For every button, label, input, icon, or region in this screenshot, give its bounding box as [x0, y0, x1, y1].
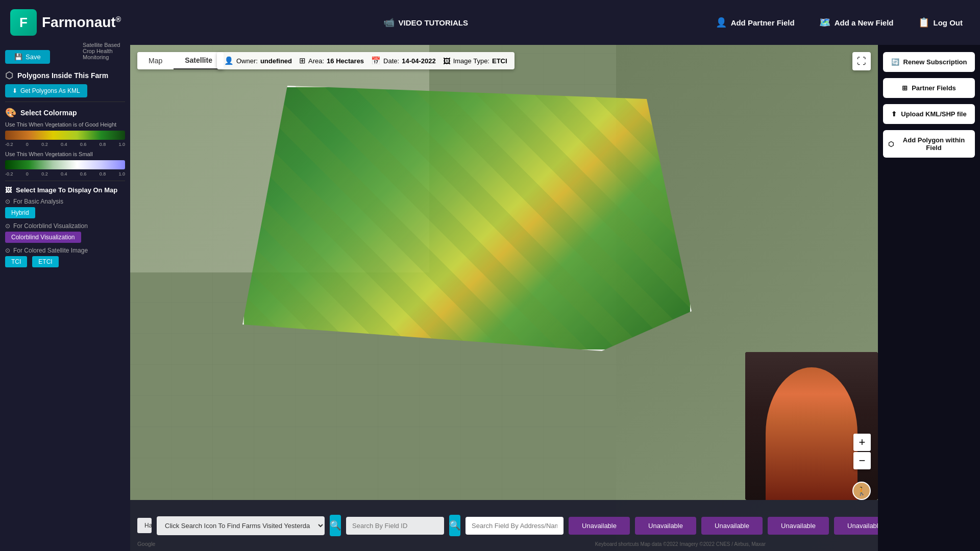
- nav-right: 👤 Add Partner Field 🗺️ Add a New Field 📋…: [708, 13, 970, 32]
- nav-video-tutorials[interactable]: 📹 VIDEO TUTORIALS: [376, 13, 475, 32]
- zoom-out-button[interactable]: −: [853, 452, 871, 469]
- colormap-bar-2: [5, 160, 125, 169]
- date-info: 📅 Date: 14-04-2022: [371, 56, 436, 65]
- field-id-input[interactable]: [346, 517, 444, 535]
- logo-icon: F: [10, 9, 37, 36]
- nav-add-partner[interactable]: 👤 Add Partner Field: [708, 13, 802, 32]
- save-icon: 💾: [14, 53, 22, 61]
- basic-analysis-section: ⊙ For Basic Analysis Hybrid: [5, 198, 125, 218]
- date-icon: 📅: [371, 56, 381, 65]
- image-select-icon: 🖼: [5, 186, 12, 194]
- address-search-input[interactable]: [465, 517, 564, 535]
- upload-icon: ⬆: [891, 110, 897, 118]
- left-sidebar: 💾 Save ⬡ Polygons Inside This Farm ⬇ Get…: [0, 45, 130, 551]
- divider-2: [5, 181, 125, 181]
- zoom-in-button[interactable]: +: [853, 434, 871, 451]
- fullscreen-button[interactable]: ⛶: [852, 52, 871, 70]
- colorblind-label: ⊙ For Colorblind Visualization: [5, 222, 125, 230]
- unavailable-btn-4[interactable]: Unavailable: [768, 517, 829, 535]
- map-info-bar: 👤 Owner: undefined ⊞ Area: 16 Hectares 📅…: [217, 52, 514, 69]
- person-icon: 👤: [716, 17, 727, 28]
- ticker-text: Ha): Tap To Refresh, (Today in Ha): Tap …: [137, 518, 152, 533]
- image-select-header: 🖼 Select Image To Display On Map: [5, 186, 125, 194]
- search-icon: 🔍: [330, 520, 341, 531]
- nav-add-new-field[interactable]: 🗺️ Add a New Field: [812, 13, 901, 32]
- circle-icon: ⊙: [5, 198, 10, 205]
- map-button[interactable]: Map: [137, 52, 174, 69]
- unavailable-btn-5[interactable]: Unavailable: [834, 517, 878, 535]
- bottom-search-bar: Ha): Tap To Refresh, (Today in Ha): Tap …: [130, 500, 878, 551]
- colorblind-icon: ⊙: [5, 222, 10, 230]
- logo-text: Farmonaut®: [42, 14, 121, 30]
- map-toggle: Map Satellite: [137, 52, 224, 69]
- colormap-ticks-2: -0.200.20.40.60.81.0: [5, 171, 125, 177]
- unavailable-btn-3[interactable]: Unavailable: [701, 517, 763, 535]
- etci-button[interactable]: ETCI: [32, 256, 58, 267]
- image-type-info: 🖼 Image Type: ETCI: [443, 57, 507, 65]
- colormap-ticks-1: -0.200.20.40.60.81.0: [5, 142, 125, 147]
- polygon-icon: ⬡: [5, 70, 13, 81]
- presenter-body: [766, 367, 857, 500]
- farms-dropdown[interactable]: Click Search Icon To Find Farms Visited …: [157, 516, 325, 535]
- upload-kml-button[interactable]: ⬆ Upload KML/SHP file: [883, 104, 975, 124]
- field-id-search-button[interactable]: 🔍: [449, 515, 460, 536]
- top-navigation: F Farmonaut® Satellite Based Crop Health…: [0, 0, 980, 45]
- colormap-desc-1: Use This When Vegetation is of Good Heig…: [5, 121, 125, 128]
- google-logo: Google: [137, 541, 155, 547]
- colorblind-section: ⊙ For Colorblind Visualization Colorblin…: [5, 222, 125, 243]
- dropdown-search-button[interactable]: 🔍: [330, 515, 341, 536]
- map-icon: 🗺️: [819, 17, 830, 28]
- satellite-section: ⊙ For Colored Satellite Image TCI ETCI: [5, 247, 125, 267]
- unavailable-btn-1[interactable]: Unavailable: [569, 517, 630, 535]
- owner-icon: 👤: [224, 56, 234, 65]
- hybrid-button[interactable]: Hybrid: [5, 207, 35, 218]
- renew-subscription-button[interactable]: 🔄 Renew Subscription: [883, 52, 975, 72]
- logo-area: F Farmonaut® Satellite Based Crop Health…: [10, 9, 143, 36]
- image-type-icon: 🖼: [443, 57, 451, 65]
- nav-log-out[interactable]: 📋 Log Out: [911, 13, 970, 32]
- satellite-label: ⊙ For Colored Satellite Image: [5, 247, 125, 254]
- colormap-icon: 🎨: [5, 107, 16, 118]
- save-button[interactable]: 💾 Save: [5, 50, 50, 64]
- partner-fields-icon: ⊞: [902, 84, 908, 92]
- field-overlay-detail: [242, 86, 692, 351]
- divider-1: [5, 102, 125, 102]
- polygons-header: ⬡ Polygons Inside This Farm: [5, 70, 125, 81]
- renew-icon: 🔄: [891, 58, 899, 66]
- owner-info: 👤 Owner: undefined: [224, 56, 292, 65]
- video-icon: 📹: [383, 17, 395, 28]
- presenter-background: [745, 352, 878, 500]
- presenter-video: [745, 352, 878, 500]
- unavailable-btn-2[interactable]: Unavailable: [635, 517, 696, 535]
- colorblind-button[interactable]: Colorblind Visualization: [5, 232, 81, 243]
- satellite-icon: ⊙: [5, 247, 10, 254]
- colormap-bar-1: [5, 131, 125, 140]
- map-copyright: Keyboard shortcuts Map data ©2022 Imager…: [595, 541, 766, 547]
- add-polygon-button[interactable]: ⬡ Add Polygon within Field: [883, 130, 975, 158]
- nav-center: 📹 VIDEO TUTORIALS: [163, 13, 688, 32]
- basic-analysis-label: ⊙ For Basic Analysis: [5, 198, 125, 205]
- colormap-header: 🎨 Select Colormap: [5, 107, 125, 118]
- zoom-controls: + −: [853, 434, 871, 469]
- area-info: ⊞ Area: 16 Hectares: [299, 56, 364, 65]
- colormap-desc-2: Use This When Vegetation is Small: [5, 151, 125, 157]
- get-kml-button[interactable]: ⬇ Get Polygons As KML: [5, 84, 87, 97]
- polygon-field-icon: ⬡: [888, 140, 894, 148]
- tci-button[interactable]: TCI: [5, 256, 27, 267]
- pegman-avatar[interactable]: 🚶: [852, 482, 871, 500]
- right-sidebar: 🔄 Renew Subscription ⊞ Partner Fields ⬆ …: [878, 45, 980, 551]
- area-icon: ⊞: [299, 56, 306, 65]
- logout-icon: 📋: [918, 17, 929, 28]
- satellite-button[interactable]: Satellite: [174, 52, 224, 69]
- partner-fields-button[interactable]: ⊞ Partner Fields: [883, 78, 975, 98]
- download-icon: ⬇: [12, 87, 17, 94]
- search-icon-2: 🔍: [449, 520, 460, 531]
- logo-subtitle: Satellite Based Crop Health Monitoring: [83, 42, 121, 60]
